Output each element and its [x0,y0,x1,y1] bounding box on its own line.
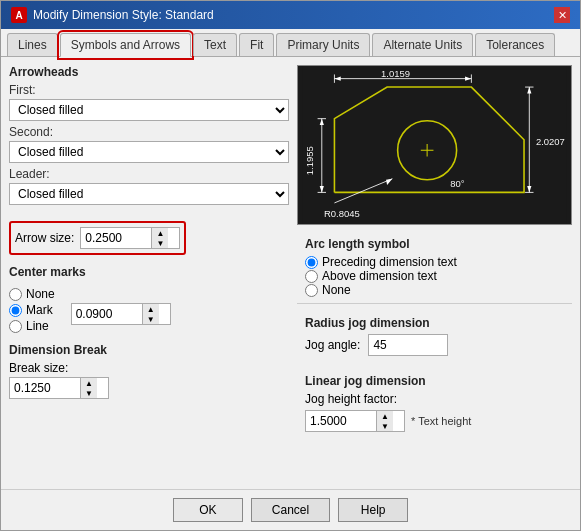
leader-dropdown-wrapper: Closed filled [9,183,289,205]
jog-height-spinner-buttons: ▲ ▼ [376,411,393,431]
arc-none-radio[interactable] [305,284,318,297]
arrow-size-label: Arrow size: [15,231,74,245]
mark-down-button[interactable]: ▼ [143,314,159,324]
arrow-size-highlight: Arrow size: ▲ ▼ [9,221,186,255]
break-size-spinner-wrapper: ▲ ▼ [9,377,289,399]
jog-height-input-row: ▲ ▼ * Text height [305,410,564,432]
svg-text:R0.8045: R0.8045 [324,208,360,219]
arrow-size-down-button[interactable]: ▼ [152,238,168,248]
center-marks-radio-group: None Mark Line [9,287,55,333]
ok-button[interactable]: OK [173,498,243,522]
text-height-suffix: * Text height [411,415,471,427]
mark-value-input[interactable] [72,304,142,324]
arrow-size-input[interactable] [81,228,151,248]
arrow-size-spinner-buttons: ▲ ▼ [151,228,168,248]
arrow-size-up-button[interactable]: ▲ [152,228,168,238]
main-content: Arrowheads First: Closed filled Second: … [1,57,580,489]
mark-value-wrapper: ▲ ▼ [71,303,171,325]
title-bar: A Modify Dimension Style: Standard ✕ [1,1,580,29]
jog-height-up-button[interactable]: ▲ [377,411,393,421]
app-icon: A [11,7,27,23]
right-panel: 1.0159 1.1955 2.0207 [297,65,572,481]
svg-text:2.0207: 2.0207 [536,136,565,147]
tab-primary-units[interactable]: Primary Units [276,33,370,56]
none-radio[interactable] [9,288,22,301]
tab-fit[interactable]: Fit [239,33,274,56]
preview-box: 1.0159 1.1955 2.0207 [297,65,572,225]
none-radio-row: None [9,287,55,301]
jog-height-label: Jog height factor: [305,392,397,406]
break-size-spinner-buttons: ▲ ▼ [80,378,97,398]
jog-height-down-button[interactable]: ▼ [377,421,393,431]
radius-jog-label: Radius jog dimension [305,316,564,330]
above-radio[interactable] [305,270,318,283]
jog-height-input[interactable] [306,411,376,431]
preceding-label: Preceding dimension text [322,255,457,269]
dim-break-section: Dimension Break Break size: ▲ ▼ [9,343,289,399]
second-dropdown-wrapper: Closed filled [9,141,289,163]
jog-height-spinner: ▲ ▼ [305,410,405,432]
arrowheads-label: Arrowheads [9,65,289,79]
tab-lines[interactable]: Lines [7,33,58,56]
break-size-label: Break size: [9,361,68,375]
line-radio-label: Line [26,319,49,333]
first-label: First: [9,83,289,97]
arrow-size-section: Arrow size: ▲ ▼ [9,213,289,255]
radius-jog-section: Radius jog dimension Jog angle: [297,310,572,362]
above-radio-row: Above dimension text [305,269,564,283]
second-label: Second: [9,125,289,139]
second-dropdown[interactable]: Closed filled [9,141,289,163]
svg-text:1.0159: 1.0159 [381,68,410,79]
preview-svg: 1.0159 1.1955 2.0207 [298,66,571,224]
dialog-title: Modify Dimension Style: Standard [33,8,214,22]
mark-value-spinner-buttons: ▲ ▼ [142,304,159,324]
jog-angle-label: Jog angle: [305,338,360,352]
mark-radio[interactable] [9,304,22,317]
break-size-spinner: ▲ ▼ [9,377,109,399]
arc-length-label: Arc length symbol [305,237,564,251]
svg-text:1.1955: 1.1955 [304,146,315,175]
mark-value-spinner: ▲ ▼ [71,303,171,325]
break-size-down-button[interactable]: ▼ [81,388,97,398]
mark-radio-label: Mark [26,303,53,317]
line-radio-row: Line [9,319,55,333]
arrow-size-spinner: ▲ ▼ [80,227,180,249]
title-bar-left: A Modify Dimension Style: Standard [11,7,214,23]
close-button[interactable]: ✕ [554,7,570,23]
break-size-up-button[interactable]: ▲ [81,378,97,388]
linear-jog-section: Linear jog dimension Jog height factor: … [297,368,572,438]
svg-rect-0 [303,66,566,224]
preceding-radio-row: Preceding dimension text [305,255,564,269]
tab-text[interactable]: Text [193,33,237,56]
arrowheads-section: Arrowheads First: Closed filled Second: … [9,65,289,205]
tab-tolerances[interactable]: Tolerances [475,33,555,56]
help-button[interactable]: Help [338,498,408,522]
tab-bar: Lines Symbols and Arrows Text Fit Primar… [1,29,580,57]
arc-length-section: Arc length symbol Preceding dimension te… [297,231,572,304]
break-size-input[interactable] [10,378,80,398]
arc-none-radio-row: None [305,283,564,297]
break-size-row: Break size: [9,361,289,375]
above-label: Above dimension text [322,269,437,283]
svg-text:80°: 80° [450,178,465,189]
linear-jog-label: Linear jog dimension [305,374,564,388]
tab-alternate-units[interactable]: Alternate Units [372,33,473,56]
dim-break-label: Dimension Break [9,343,289,357]
dialog: A Modify Dimension Style: Standard ✕ Lin… [0,0,581,531]
first-dropdown[interactable]: Closed filled [9,99,289,121]
leader-label: Leader: [9,167,289,181]
preceding-radio[interactable] [305,256,318,269]
leader-dropdown[interactable]: Closed filled [9,183,289,205]
none-radio-label: None [26,287,55,301]
jog-angle-row: Jog angle: [305,334,564,356]
tab-symbols-and-arrows[interactable]: Symbols and Arrows [60,33,191,57]
mark-up-button[interactable]: ▲ [143,304,159,314]
jog-height-row: Jog height factor: [305,392,564,406]
arc-none-label: None [322,283,351,297]
line-radio[interactable] [9,320,22,333]
jog-angle-input[interactable] [368,334,448,356]
center-marks-label: Center marks [9,265,289,279]
cancel-button[interactable]: Cancel [251,498,330,522]
mark-radio-row: Mark [9,303,55,317]
dialog-footer: OK Cancel Help [1,489,580,530]
